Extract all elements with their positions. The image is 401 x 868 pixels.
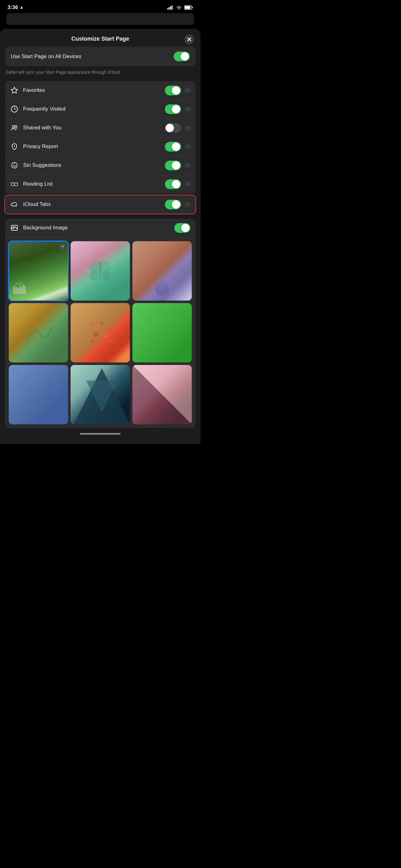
shared-icon: [10, 123, 19, 132]
svg-text:🦎: 🦎: [179, 329, 185, 334]
svg-point-36: [107, 338, 112, 343]
glasses-icon: [10, 180, 19, 188]
snake-decoration: [24, 319, 53, 347]
svg-point-11: [12, 126, 15, 128]
customize-modal: Customize Start Page Use Start Page on A…: [0, 29, 201, 444]
image-cell-floral[interactable]: [71, 303, 130, 363]
reading-list-drag-handle[interactable]: [185, 182, 191, 186]
sync-section: Use Start Page on All Devices: [5, 46, 196, 66]
svg-point-49: [37, 372, 43, 377]
svg-point-51: [31, 400, 36, 405]
list-item-icloud-tabs: iCloud Tabs: [5, 195, 196, 214]
svg-rect-6: [192, 7, 193, 8]
status-icons: [167, 5, 193, 10]
icloud-tabs-label: iCloud Tabs: [23, 201, 165, 208]
shared-with-you-toggle[interactable]: [165, 123, 181, 133]
frequently-visited-drag-handle[interactable]: [185, 107, 191, 111]
list-item-reading-list: Reading List: [5, 175, 196, 193]
butterfly-decoration: [88, 258, 113, 283]
svg-point-22: [13, 226, 14, 227]
location-icon: [20, 6, 24, 9]
image-cell-bear[interactable]: [132, 241, 192, 301]
svg-rect-5: [185, 6, 191, 9]
icloud-tabs-row-highlighted: iCloud Tabs: [4, 195, 196, 214]
icloud-tabs-toggle[interactable]: [165, 200, 181, 209]
svg-text:🦎: 🦎: [173, 314, 179, 320]
image-grid: ×: [5, 238, 196, 428]
svg-text:🦎: 🦎: [167, 326, 171, 331]
sync-caption: Safari will sync your Start Page appeara…: [6, 69, 195, 75]
image-cell-pink-geo[interactable]: [132, 365, 192, 424]
svg-point-14: [11, 162, 17, 168]
shared-with-you-drag-handle[interactable]: [185, 126, 191, 130]
svg-rect-3: [172, 5, 173, 10]
home-indicator: [80, 433, 121, 435]
cloud-icon: [10, 200, 19, 209]
siri-suggestions-toggle[interactable]: [165, 161, 181, 170]
svg-point-31: [100, 321, 104, 325]
image-cell-triangles[interactable]: [71, 365, 130, 424]
search-bar-hint: [6, 13, 194, 25]
svg-point-48: [29, 389, 32, 392]
svg-text:🦎: 🦎: [161, 307, 166, 312]
reading-list-label: Reading List: [23, 181, 165, 187]
list-item-shared-with-you: Shared with You: [5, 119, 196, 137]
frequently-visited-toggle[interactable]: [165, 104, 181, 114]
image-cell-blue[interactable]: [9, 365, 68, 424]
items-list: Favorites Frequently Visited: [5, 81, 196, 193]
image-icon: [10, 223, 19, 232]
svg-point-52: [44, 394, 48, 398]
favorites-label: Favorites: [23, 87, 165, 93]
icloud-tabs-drag-handle[interactable]: [185, 203, 191, 207]
status-bar: 3:36: [0, 0, 201, 13]
image-cell-coastal[interactable]: ×: [9, 241, 68, 301]
close-button[interactable]: [184, 34, 194, 44]
pink-geo-decoration: [132, 365, 192, 424]
svg-point-25: [90, 271, 98, 281]
privacy-report-toggle[interactable]: [165, 142, 181, 152]
close-icon: [187, 37, 192, 41]
svg-point-29: [158, 281, 166, 289]
signal-icon: [167, 5, 174, 10]
favorites-drag-handle[interactable]: [185, 88, 191, 92]
sync-toggle[interactable]: [174, 52, 190, 61]
shield-icon: [10, 142, 19, 151]
background-section: Background Image ×: [5, 219, 196, 428]
svg-point-17: [14, 183, 18, 186]
svg-point-33: [93, 332, 98, 337]
svg-point-47: [18, 383, 22, 388]
svg-point-26: [102, 271, 111, 281]
bear-decoration: [151, 276, 173, 298]
list-item-frequently-visited: Frequently Visited: [5, 100, 196, 119]
status-time: 3:36: [7, 4, 24, 11]
image-cell-butterfly[interactable]: [71, 241, 130, 301]
favorites-toggle[interactable]: [165, 86, 181, 95]
svg-text:🦎: 🦎: [139, 327, 144, 333]
svg-point-46: [24, 376, 28, 379]
svg-point-12: [15, 126, 17, 128]
privacy-report-label: Privacy Report: [23, 144, 165, 150]
siri-suggestions-label: Siri Suggestions: [23, 162, 165, 168]
sync-label: Use Start Page on All Devices: [11, 54, 81, 60]
list-item-favorites: Favorites: [5, 81, 196, 100]
privacy-report-drag-handle[interactable]: [185, 145, 191, 149]
svg-rect-2: [170, 6, 171, 10]
star-icon: [10, 86, 19, 95]
image-cell-snake[interactable]: [9, 303, 68, 363]
green-pattern-decoration: 🦎 🦎 🦎 🦎 🦎 🦎 🦎 🦎: [132, 303, 192, 363]
svg-text:🦎: 🦎: [154, 330, 160, 336]
frequently-visited-label: Frequently Visited: [23, 106, 165, 112]
background-toggle[interactable]: [174, 223, 191, 233]
svg-rect-0: [167, 8, 168, 10]
svg-point-50: [47, 382, 51, 385]
svg-point-34: [103, 334, 107, 338]
reading-list-toggle[interactable]: [165, 179, 181, 189]
siri-suggestions-drag-handle[interactable]: [185, 163, 191, 167]
list-item-siri-suggestions: Siri Suggestions: [5, 156, 196, 175]
time-display: 3:36: [7, 4, 18, 11]
svg-point-45: [12, 369, 18, 374]
image-cell-green[interactable]: 🦎 🦎 🦎 🦎 🦎 🦎 🦎 🦎: [132, 303, 192, 363]
list-item-privacy-report: Privacy Report: [5, 137, 196, 156]
modal-title: Customize Start Page: [71, 36, 129, 42]
image-remove-coastal[interactable]: ×: [59, 243, 66, 250]
